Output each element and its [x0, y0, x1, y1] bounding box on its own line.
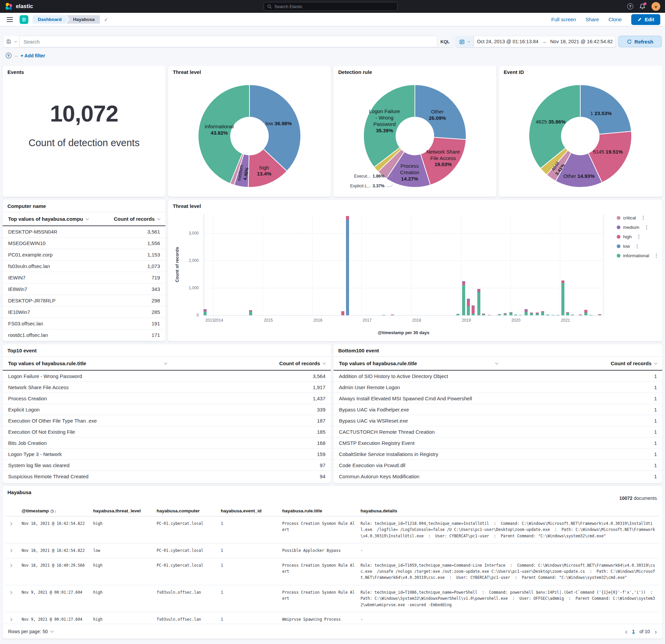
- global-search-input[interactable]: Search Elastic: [264, 2, 398, 11]
- table-row[interactable]: Network Share File Access1,917: [3, 382, 331, 393]
- histogram-bar-informational[interactable]: [571, 315, 574, 315]
- histogram-bar-high[interactable]: [346, 216, 349, 220]
- histogram-bar-high[interactable]: [584, 310, 587, 313]
- histogram-bar-informational[interactable]: [598, 315, 601, 316]
- rows-per-page-selector[interactable]: Rows per page: 50: [8, 629, 53, 634]
- table-row[interactable]: Admin User Remote Logon1: [334, 382, 662, 393]
- table-row[interactable]: fs03vuln.offsec.lan1,073: [3, 261, 166, 272]
- table-row[interactable]: Logon Type 3 - Network159: [3, 449, 331, 460]
- legend-item-low[interactable]: low: [617, 244, 657, 249]
- histogram-bar-medium[interactable]: [525, 309, 528, 310]
- column-header-rule-title[interactable]: hayabusa.rule.title: [280, 506, 358, 516]
- histogram-bar-informational[interactable]: [514, 315, 517, 315]
- table-row[interactable]: Execution Of Not Existing File185: [3, 426, 331, 437]
- table-row[interactable]: Addition of SID History to Active Direct…: [334, 371, 662, 382]
- histogram-bar-low[interactable]: [346, 220, 349, 315]
- table-row[interactable]: IEWIN7719: [3, 272, 166, 284]
- table-row[interactable]: PC01.example.corp1,153: [3, 249, 166, 261]
- donut-slice-1[interactable]: [580, 85, 631, 134]
- kql-search-input[interactable]: Search KQL: [3, 36, 453, 47]
- expand-row-icon[interactable]: [9, 522, 13, 526]
- histogram-bar-high[interactable]: [562, 281, 565, 283]
- histogram-bar-low[interactable]: [556, 315, 559, 316]
- histogram-bar-informational[interactable]: [589, 315, 592, 316]
- histogram-bar-high[interactable]: [249, 311, 252, 311]
- legend-item-medium[interactable]: medium: [617, 225, 657, 230]
- legend-actions-icon[interactable]: [646, 225, 647, 226]
- column-header-timestamp[interactable]: @timestamp◷↓: [19, 506, 91, 516]
- table-row[interactable]: Execution Of Other File Type Than .exe18…: [3, 415, 331, 426]
- histogram-bar-high[interactable]: [467, 301, 470, 306]
- histogram-bar-informational[interactable]: [467, 306, 470, 315]
- column-header-count[interactable]: Count of records: [279, 360, 325, 366]
- date-range-picker[interactable]: Oct 24, 2013 @ 01:16:13.84 → Nov 18, 202…: [456, 36, 616, 47]
- refresh-button[interactable]: Refresh: [619, 36, 662, 47]
- histogram-bar-high[interactable]: [509, 312, 512, 313]
- table-row[interactable]: FS03.offsec.lan191: [3, 318, 166, 329]
- histogram-bar-medium[interactable]: [249, 310, 252, 311]
- histogram-bar-informational[interactable]: [456, 314, 459, 315]
- table-row[interactable]: Bits Job Creation168: [3, 437, 331, 449]
- histogram-bar-informational[interactable]: [519, 315, 522, 316]
- table-row[interactable]: Always Install Elevated MSI Spawned Cmd …: [334, 393, 662, 404]
- histogram-bar-informational[interactable]: [462, 285, 465, 315]
- column-header-count[interactable]: Count of records: [611, 360, 657, 366]
- histogram-bar-high[interactable]: [530, 312, 533, 313]
- histogram-bar-medium[interactable]: [204, 309, 207, 310]
- legend-item-critical[interactable]: critical: [617, 215, 657, 221]
- previous-page-button[interactable]: ‹: [625, 628, 628, 635]
- histogram-bar-informational[interactable]: [504, 314, 507, 315]
- dashboard-app-badge[interactable]: D: [20, 15, 28, 24]
- histogram-bar-low[interactable]: [382, 315, 385, 316]
- table-row[interactable]: rootdc1.offsec.lan171: [3, 329, 166, 341]
- edit-button[interactable]: Edit: [631, 14, 660, 25]
- histogram-bar-high[interactable]: [204, 310, 207, 312]
- histogram-bar-high[interactable]: [462, 283, 465, 285]
- histogram-bar-medium[interactable]: [477, 289, 480, 290]
- date-quick-select-button[interactable]: [456, 36, 474, 47]
- column-header-values[interactable]: Top values of hayabusa.compu: [8, 216, 89, 222]
- saved-query-menu-button[interactable]: [3, 36, 20, 47]
- histogram-bar-informational[interactable]: [477, 292, 480, 315]
- breadcrumb-dashboard[interactable]: Dashboard: [33, 15, 69, 24]
- table-row[interactable]: System log file was cleared97: [3, 460, 331, 471]
- breadcrumb-hayabusa[interactable]: Hayabusa: [66, 15, 100, 24]
- histogram-bar-informational[interactable]: [541, 312, 544, 315]
- elastic-logo[interactable]: elastic: [5, 2, 33, 11]
- histogram-bar-high[interactable]: [579, 315, 582, 315]
- histogram-bar-high[interactable]: [488, 315, 491, 316]
- histogram-bar-informational[interactable]: [472, 314, 475, 315]
- histogram-bar-high[interactable]: [477, 289, 480, 291]
- table-row[interactable]: Commun Autorun Keys Modification1: [334, 471, 662, 482]
- expand-row-icon[interactable]: [9, 591, 13, 594]
- help-icon[interactable]: ?: [627, 3, 633, 10]
- histogram-bar-low[interactable]: [477, 291, 480, 292]
- histogram-bar-high[interactable]: [391, 315, 394, 315]
- page-number-current[interactable]: 1: [632, 629, 634, 634]
- histogram-bar-high[interactable]: [598, 314, 601, 315]
- histogram-bar-informational[interactable]: [552, 315, 555, 316]
- column-header-computer[interactable]: hayabusa.computer: [154, 506, 218, 516]
- column-header-count[interactable]: Count of records: [114, 216, 160, 222]
- notifications-icon[interactable]: [639, 3, 645, 10]
- histogram-bar-high[interactable]: [525, 311, 528, 312]
- histogram-bar-informational[interactable]: [536, 314, 539, 315]
- histogram-bar-medium[interactable]: [472, 305, 475, 306]
- table-row[interactable]: Process Creation1,437: [3, 393, 331, 404]
- histogram-bar-medium[interactable]: [467, 299, 470, 301]
- histogram-bar-high[interactable]: [482, 314, 485, 314]
- user-avatar[interactable]: e: [651, 2, 660, 11]
- table-row[interactable]: IE8Win7343: [3, 284, 166, 295]
- share-link[interactable]: Share: [585, 17, 599, 22]
- histogram-bar-informational[interactable]: [482, 314, 485, 315]
- histogram-bar-high[interactable]: [472, 306, 475, 314]
- legend-actions-icon[interactable]: [643, 216, 644, 217]
- histogram-bar-informational[interactable]: [249, 311, 252, 315]
- table-row[interactable]: Bypass UAC via Fodhelper.exe1: [334, 404, 662, 415]
- histogram-bar-informational[interactable]: [562, 283, 565, 315]
- table-row[interactable]: Bypass UAC via WSReset.exe1: [334, 415, 662, 426]
- column-header-event-id[interactable]: hayabusa.event_id: [218, 506, 280, 516]
- table-row[interactable]: CMSTP Execution Registry Event1: [334, 437, 662, 449]
- histogram-bar-informational[interactable]: [509, 312, 512, 315]
- histogram-bar-informational[interactable]: [584, 312, 587, 315]
